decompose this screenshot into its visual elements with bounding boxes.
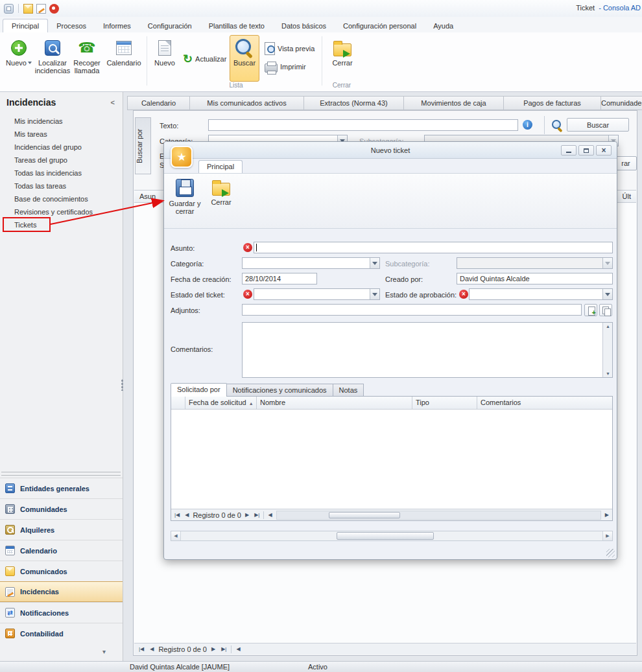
app-window-icon[interactable] <box>4 4 14 14</box>
column-header-tipo[interactable]: Tipo <box>412 397 477 409</box>
menu-tab-plantillas[interactable]: Plantillas de texto <box>200 19 273 32</box>
sidebar-item-todas-las-tareas[interactable]: Todas las tareas <box>0 180 123 193</box>
localizar-incidencias-button[interactable]: Localizar incidencias <box>36 35 69 82</box>
dialog-horizontal-scrollbar[interactable]: ◀ ▶ <box>171 531 613 541</box>
cerrar-button[interactable]: Cerrar <box>327 35 358 82</box>
list-new-button[interactable]: Nuevo <box>150 35 179 82</box>
new-split-button[interactable]: Nuevo <box>4 35 34 82</box>
menu-tab-datos-basicos[interactable]: Datos básicos <box>273 19 335 32</box>
add-attachment-button[interactable] <box>584 304 597 316</box>
first-record-button[interactable]: |◀ <box>137 646 145 652</box>
menu-tab-configuracion[interactable]: Configuración <box>139 19 200 32</box>
splitter-grip[interactable] <box>121 379 123 391</box>
dialog-titlebar[interactable]: Nuevo ticket <box>164 142 617 159</box>
save-and-close-button[interactable]: Guardar y cerrar <box>168 176 202 226</box>
next-record-button[interactable]: ▶ <box>210 646 217 652</box>
column-header-nombre[interactable]: Nombre <box>257 397 412 409</box>
column-header-comentarios[interactable]: Comentarios <box>477 397 612 409</box>
nav-item-comunidades[interactable]: Comunidades <box>0 498 123 519</box>
first-record-button[interactable]: |◀ <box>173 512 181 518</box>
collapse-sidebar-icon[interactable]: < <box>111 98 115 106</box>
texto-input[interactable] <box>208 119 518 131</box>
buscar-por-tab[interactable]: Buscar por <box>135 117 151 174</box>
sidebar-item-revisiones-y-certificados[interactable]: Revisiones y certificados <box>0 206 123 219</box>
menu-tab-informes[interactable]: Informes <box>95 19 139 32</box>
maximize-button[interactable] <box>578 145 594 156</box>
nav-item-incidencias[interactable]: Incidencias <box>0 581 123 602</box>
vista-previa-button[interactable]: Vista previa <box>262 41 317 56</box>
scrollbar-thumb[interactable] <box>337 532 434 540</box>
column-header-fragment-ultimo[interactable]: Últ <box>623 192 631 200</box>
nav-item-notificaciones[interactable]: Notificaciones <box>0 602 123 623</box>
copy-attachment-button[interactable] <box>599 304 612 316</box>
minimize-button[interactable] <box>561 145 577 156</box>
tab-mis-comunicados-activos[interactable]: Mis comunicados activos <box>190 97 304 110</box>
tab-pagos-de-facturas[interactable]: Pagos de facturas <box>504 97 601 110</box>
sidebar-item-base-de-conocimientos[interactable]: Base de conocimientos <box>0 193 123 206</box>
scroll-up-icon[interactable]: ▲ <box>606 324 610 329</box>
recoger-llamada-button[interactable]: ☎ Recoger llamada <box>71 35 102 82</box>
info-icon[interactable]: i <box>523 120 532 130</box>
menu-tab-principal[interactable]: Principal <box>3 19 48 32</box>
clear-button-fragment[interactable]: rar <box>615 156 637 170</box>
scrollbar-track[interactable] <box>181 531 602 540</box>
resize-grip[interactable] <box>606 549 615 557</box>
prev-record-button[interactable]: ◀ <box>184 512 190 518</box>
scroll-left-button[interactable]: ◀ <box>267 512 273 518</box>
last-record-button[interactable]: ▶| <box>253 512 261 518</box>
close-window-button[interactable]: × <box>596 145 612 156</box>
comentarios-textarea[interactable]: ▲ ▼ <box>242 322 613 378</box>
fecha-creacion-input[interactable]: 28/10/2014 <box>242 273 317 284</box>
menu-tab-procesos[interactable]: Procesos <box>48 19 95 32</box>
prev-record-button[interactable]: ◀ <box>149 646 155 652</box>
dialog-tab-principal[interactable]: Principal <box>198 160 243 173</box>
sidebar-item-todas-las-incidencias[interactable]: Todas las incidencias <box>0 167 123 180</box>
tab-calendario[interactable]: Calendario <box>128 97 190 110</box>
scrollbar-thumb[interactable] <box>329 512 400 518</box>
nav-pane-collapse-icon[interactable]: ▾ <box>102 648 106 655</box>
tab-extractos-norma-43[interactable]: Extractos (Norma 43) <box>304 97 404 110</box>
next-record-button[interactable]: ▶ <box>244 512 250 518</box>
estado-aprobacion-select[interactable] <box>469 288 613 300</box>
sidebar-item-tickets[interactable]: Tickets <box>0 219 123 232</box>
scroll-down-icon[interactable]: ▼ <box>606 371 610 376</box>
sidebar-item-mis-incidencias[interactable]: Mis incidencias <box>0 115 123 128</box>
calendario-button[interactable]: Calendario <box>105 35 143 82</box>
last-record-button[interactable]: ▶| <box>220 646 228 652</box>
estado-ticket-select[interactable] <box>254 288 380 300</box>
buscar-button[interactable]: Buscar <box>230 35 259 82</box>
sidebar-item-tareas-del-grupo[interactable]: Tareas del grupo <box>0 154 123 167</box>
scroll-left-button[interactable]: ◀ <box>235 646 241 652</box>
dropdown-button[interactable] <box>370 258 379 268</box>
menu-tab-ayuda[interactable]: Ayuda <box>425 19 462 32</box>
sidebar-item-mis-tareas[interactable]: Mis tareas <box>0 128 123 141</box>
sidebar-item-incidencias-del-grupo[interactable]: Incidencias del grupo <box>0 141 123 154</box>
tab-notificaciones-y-comunicados[interactable]: Notificaciones y comunicados <box>227 384 333 397</box>
edit-note-icon[interactable] <box>36 4 46 14</box>
nav-item-calendario[interactable]: Calendario <box>0 540 123 561</box>
asunto-input[interactable] <box>254 242 613 253</box>
buscar-submit-button[interactable]: Buscar <box>567 118 629 132</box>
column-header-fragment-asunto[interactable]: Asun <box>139 192 156 200</box>
scroll-right-button[interactable]: ▶ <box>602 531 612 540</box>
dropdown-button[interactable] <box>370 289 379 299</box>
pane-splitter[interactable] <box>1 472 121 476</box>
scroll-left-button[interactable]: ◀ <box>171 531 181 540</box>
nav-item-alquileres[interactable]: Alquileres <box>0 519 123 540</box>
textarea-scrollbar[interactable]: ▲ ▼ <box>602 323 612 377</box>
menu-tab-configuracion-personal[interactable]: Configuración personal <box>335 19 425 32</box>
nav-item-entidades-generales[interactable]: Entidades generales <box>0 478 123 498</box>
tab-notas[interactable]: Notas <box>333 384 364 397</box>
nav-item-contabilidad[interactable]: Contabilidad <box>0 623 123 643</box>
tab-solicitado-por[interactable]: Solicitado por <box>171 383 227 397</box>
column-header-fecha-solicitud[interactable]: Fecha de solicitud▲ <box>185 397 257 409</box>
tab-comunidades[interactable]: Comunidades <box>601 97 642 110</box>
nav-item-comunicados[interactable]: Comunicados <box>0 561 123 581</box>
dropdown-button[interactable] <box>602 289 612 299</box>
creado-por-input[interactable]: David Quintas Alcalde <box>457 273 613 284</box>
adjuntos-input[interactable] <box>242 304 582 316</box>
scroll-right-button[interactable]: ▶ <box>604 512 610 518</box>
dialog-close-button[interactable]: Cerrar <box>204 176 238 226</box>
mail-icon[interactable] <box>23 4 33 14</box>
categoria-select[interactable] <box>242 257 380 269</box>
